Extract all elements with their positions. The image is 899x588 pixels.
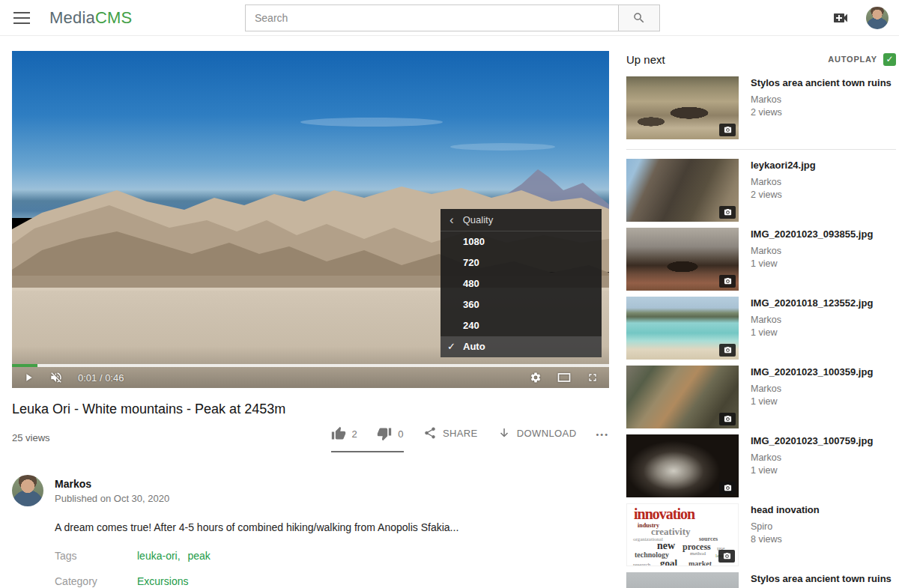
thumbnail <box>626 297 739 360</box>
user-avatar[interactable] <box>866 7 889 29</box>
quality-menu-header[interactable]: ‹ Quality <box>441 209 602 231</box>
thumbnail <box>626 572 739 588</box>
publish-date: Published on Oct 30, 2020 <box>55 493 169 504</box>
thumbnail: innovation industry creativity organizat… <box>626 503 739 566</box>
video-description: A dream comes true! After 4-5 hours of c… <box>55 521 609 533</box>
divider <box>626 149 896 150</box>
theater-mode-button[interactable] <box>557 372 572 384</box>
camera-icon <box>724 277 732 285</box>
up-next-item-2[interactable]: leykaori24.jpg Markos 2 views <box>626 159 896 222</box>
item-title: IMG_20201023_100759.jpg <box>751 435 873 447</box>
logo[interactable]: MediaCMS <box>49 8 132 28</box>
quality-option-720[interactable]: 720 <box>441 252 602 273</box>
search-icon <box>632 11 646 25</box>
play-button[interactable] <box>22 372 34 384</box>
share-button[interactable]: SHARE <box>423 426 478 440</box>
like-dislike-group: 2 0 <box>331 426 404 452</box>
item-views: 1 view <box>751 465 873 476</box>
tag-link-leuka-ori[interactable]: leuka-ori <box>137 550 178 562</box>
tag-separator: , <box>178 550 181 562</box>
item-views: 1 view <box>751 396 873 407</box>
download-button[interactable]: DOWNLOAD <box>497 426 577 440</box>
like-count: 2 <box>352 428 358 440</box>
item-author: Markos <box>751 177 816 187</box>
item-author: Markos <box>751 384 873 394</box>
mute-button[interactable] <box>49 371 63 384</box>
image-type-badge <box>719 413 736 425</box>
category-label: Category <box>55 575 137 587</box>
author-avatar[interactable] <box>12 475 43 506</box>
top-bar: MediaCMS <box>0 0 899 36</box>
quality-option-auto[interactable]: ✓ Auto <box>441 336 602 357</box>
author-name[interactable]: Markos <box>55 478 169 490</box>
like-button[interactable]: 2 <box>331 426 358 441</box>
image-type-badge <box>719 124 736 136</box>
up-next-item-8[interactable]: Stylos area ancient town ruins <box>626 572 896 588</box>
video-player[interactable]: ‹ Quality 1080 720 480 360 240 ✓ Auto <box>12 51 609 388</box>
ellipsis-icon: ••• <box>596 430 609 439</box>
quality-option-480[interactable]: 480 <box>441 273 602 294</box>
fullscreen-button[interactable] <box>587 372 599 384</box>
video-title: Leuka Ori - White mountains - Peak at 24… <box>12 401 609 417</box>
thumbnail <box>626 366 739 428</box>
wordcloud-word: creativity <box>651 527 690 536</box>
wordcloud-word: market <box>688 560 712 566</box>
gear-icon <box>530 372 542 384</box>
menu-icon[interactable] <box>13 12 30 24</box>
share-icon <box>423 426 437 440</box>
share-label: SHARE <box>443 428 478 439</box>
item-title: IMG_20201018_123552.jpg <box>751 297 873 309</box>
quality-menu-title: Quality <box>463 214 493 225</box>
more-options-button[interactable]: ••• <box>596 430 609 439</box>
camera-icon <box>724 415 732 423</box>
up-next-item-5[interactable]: IMG_20201023_100359.jpg Markos 1 view <box>626 366 896 428</box>
quality-option-360[interactable]: 360 <box>441 294 602 315</box>
category-row: Category Excursions <box>55 575 609 587</box>
wordcloud-word: new <box>657 541 675 551</box>
wordcloud-word: research <box>633 563 650 566</box>
settings-button[interactable] <box>530 372 542 384</box>
action-buttons: 2 0 SHARE DOWNLOAD ••• <box>331 426 609 452</box>
camera-icon <box>724 346 732 354</box>
wordcloud-word: sources <box>699 536 718 542</box>
search-input[interactable] <box>245 4 619 31</box>
item-author: Markos <box>751 246 873 256</box>
time-display: 0:01 / 0:46 <box>78 372 124 384</box>
up-next-item-1[interactable]: Stylos area ancient town ruins Markos 2 … <box>626 76 896 139</box>
logo-cms: CMS <box>95 8 133 27</box>
upload-media-button[interactable] <box>832 9 850 27</box>
quality-menu: ‹ Quality 1080 720 480 360 240 ✓ Auto <box>441 209 602 357</box>
camera-icon <box>723 552 731 560</box>
search-button[interactable] <box>619 4 660 31</box>
image-type-badge <box>719 482 736 494</box>
up-next-item-6[interactable]: IMG_20201023_100759.jpg Markos 1 view <box>626 434 896 497</box>
item-author: Markos <box>751 315 873 325</box>
up-next-sidebar: Up next AUTOPLAY ✓ Stylos area ancient t… <box>626 51 896 588</box>
quality-option-1080[interactable]: 1080 <box>441 231 602 252</box>
up-next-item-3[interactable]: IMG_20201023_093855.jpg Markos 1 view <box>626 228 896 291</box>
autoplay-checkbox[interactable]: ✓ <box>883 53 896 66</box>
up-next-item-7[interactable]: innovation industry creativity organizat… <box>626 503 896 566</box>
thumbnail <box>626 434 739 497</box>
item-title: IMG_20201023_100359.jpg <box>751 366 873 378</box>
download-icon <box>497 426 511 440</box>
item-views: 1 view <box>751 258 873 269</box>
quality-option-240[interactable]: 240 <box>441 315 602 336</box>
dislike-button[interactable]: 0 <box>377 426 404 441</box>
download-label: DOWNLOAD <box>517 428 577 439</box>
autoplay-label: AUTOPLAY <box>828 55 877 64</box>
image-type-badge <box>718 550 735 563</box>
theater-mode-icon <box>557 372 572 384</box>
up-next-header: Up next AUTOPLAY ✓ <box>626 51 896 67</box>
category-link-excursions[interactable]: Excursions <box>137 575 188 587</box>
item-title: head inovation <box>751 504 820 516</box>
check-icon: ✓ <box>447 336 455 357</box>
image-type-badge <box>719 206 736 219</box>
fullscreen-icon <box>587 372 599 384</box>
page: MediaCMS <box>0 0 899 588</box>
up-next-item-4[interactable]: IMG_20201018_123552.jpg Markos 1 view <box>626 297 896 360</box>
tag-link-peak[interactable]: peak <box>187 550 210 562</box>
player-controls: 0:01 / 0:46 <box>12 367 609 388</box>
dislike-count: 0 <box>398 428 404 440</box>
wordcloud-word: innovation <box>634 506 694 521</box>
